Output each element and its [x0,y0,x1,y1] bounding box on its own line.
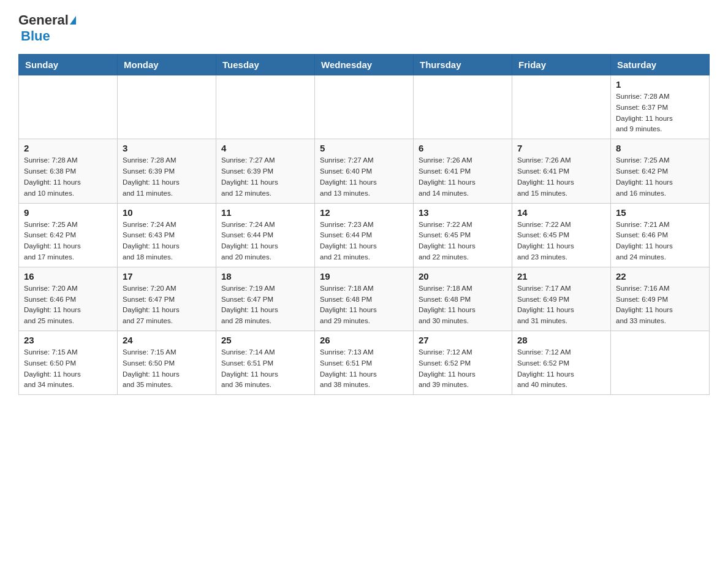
calendar-week-row: 16Sunrise: 7:20 AM Sunset: 6:46 PM Dayli… [19,267,710,331]
calendar-cell: 26Sunrise: 7:13 AM Sunset: 6:51 PM Dayli… [315,331,414,395]
day-info: Sunrise: 7:12 AM Sunset: 6:52 PM Dayligh… [419,347,507,391]
day-number: 19 [320,271,408,282]
day-info: Sunrise: 7:27 AM Sunset: 6:39 PM Dayligh… [221,155,309,199]
day-number: 3 [123,143,211,153]
day-number: 25 [221,335,309,345]
calendar-cell: 8Sunrise: 7:25 AM Sunset: 6:42 PM Daylig… [611,139,710,203]
day-info: Sunrise: 7:22 AM Sunset: 6:45 PM Dayligh… [517,220,605,263]
calendar-table: SundayMondayTuesdayWednesdayThursdayFrid… [18,54,710,395]
day-info: Sunrise: 7:12 AM Sunset: 6:52 PM Dayligh… [517,347,605,391]
day-info: Sunrise: 7:20 AM Sunset: 6:47 PM Dayligh… [123,283,211,327]
day-number: 11 [221,207,309,218]
day-info: Sunrise: 7:25 AM Sunset: 6:42 PM Dayligh… [24,220,112,263]
day-info: Sunrise: 7:17 AM Sunset: 6:49 PM Dayligh… [517,283,605,327]
calendar-header-row: SundayMondayTuesdayWednesdayThursdayFrid… [19,55,710,75]
day-info: Sunrise: 7:14 AM Sunset: 6:51 PM Dayligh… [221,347,309,391]
day-of-week-header: Friday [512,55,611,75]
day-info: Sunrise: 7:24 AM Sunset: 6:43 PM Dayligh… [123,220,211,263]
calendar-cell: 11Sunrise: 7:24 AM Sunset: 6:44 PM Dayli… [216,203,315,267]
day-number: 26 [320,335,408,345]
calendar-cell [118,75,216,139]
day-number: 21 [517,271,605,282]
calendar-cell: 24Sunrise: 7:15 AM Sunset: 6:50 PM Dayli… [118,331,216,395]
calendar-cell: 2Sunrise: 7:28 AM Sunset: 6:38 PM Daylig… [19,139,118,203]
day-number: 6 [419,143,507,153]
day-number: 15 [616,207,704,218]
day-of-week-header: Tuesday [216,55,315,75]
calendar-week-row: 1Sunrise: 7:28 AM Sunset: 6:37 PM Daylig… [19,75,710,139]
calendar-cell: 12Sunrise: 7:23 AM Sunset: 6:44 PM Dayli… [315,203,414,267]
logo-blue-text: Blue [21,28,50,44]
day-of-week-header: Wednesday [315,55,414,75]
calendar-cell: 5Sunrise: 7:27 AM Sunset: 6:40 PM Daylig… [315,139,414,203]
day-info: Sunrise: 7:15 AM Sunset: 6:50 PM Dayligh… [24,347,112,391]
day-info: Sunrise: 7:27 AM Sunset: 6:40 PM Dayligh… [320,155,408,199]
calendar-cell: 21Sunrise: 7:17 AM Sunset: 6:49 PM Dayli… [512,267,611,331]
day-number: 7 [517,143,605,153]
day-number: 2 [24,143,112,153]
day-number: 12 [320,207,408,218]
day-info: Sunrise: 7:13 AM Sunset: 6:51 PM Dayligh… [320,347,408,391]
calendar-cell [512,75,611,139]
day-number: 10 [123,207,211,218]
day-info: Sunrise: 7:22 AM Sunset: 6:45 PM Dayligh… [419,220,507,263]
calendar-cell: 18Sunrise: 7:19 AM Sunset: 6:47 PM Dayli… [216,267,315,331]
calendar-cell: 25Sunrise: 7:14 AM Sunset: 6:51 PM Dayli… [216,331,315,395]
day-of-week-header: Monday [118,55,216,75]
day-number: 9 [24,207,112,218]
calendar-cell: 7Sunrise: 7:26 AM Sunset: 6:41 PM Daylig… [512,139,611,203]
day-info: Sunrise: 7:26 AM Sunset: 6:41 PM Dayligh… [517,155,605,199]
calendar-week-row: 23Sunrise: 7:15 AM Sunset: 6:50 PM Dayli… [19,331,710,395]
day-number: 16 [24,271,112,282]
logo-triangle-icon [70,16,76,25]
day-number: 22 [616,271,704,282]
day-number: 14 [517,207,605,218]
day-info: Sunrise: 7:18 AM Sunset: 6:48 PM Dayligh… [419,283,507,327]
calendar-cell: 4Sunrise: 7:27 AM Sunset: 6:39 PM Daylig… [216,139,315,203]
calendar-cell: 23Sunrise: 7:15 AM Sunset: 6:50 PM Dayli… [19,331,118,395]
calendar-week-row: 9Sunrise: 7:25 AM Sunset: 6:42 PM Daylig… [19,203,710,267]
day-info: Sunrise: 7:26 AM Sunset: 6:41 PM Dayligh… [419,155,507,199]
day-info: Sunrise: 7:23 AM Sunset: 6:44 PM Dayligh… [320,220,408,263]
day-number: 8 [616,143,704,153]
day-number: 4 [221,143,309,153]
page-header: General Blue [18,12,710,44]
day-info: Sunrise: 7:16 AM Sunset: 6:49 PM Dayligh… [616,283,704,327]
day-number: 24 [123,335,211,345]
day-info: Sunrise: 7:19 AM Sunset: 6:47 PM Dayligh… [221,283,309,327]
logo: General Blue [18,12,76,44]
day-info: Sunrise: 7:28 AM Sunset: 6:39 PM Dayligh… [123,155,211,199]
day-info: Sunrise: 7:28 AM Sunset: 6:37 PM Dayligh… [616,91,704,135]
day-info: Sunrise: 7:15 AM Sunset: 6:50 PM Dayligh… [123,347,211,391]
day-info: Sunrise: 7:18 AM Sunset: 6:48 PM Dayligh… [320,283,408,327]
calendar-cell: 14Sunrise: 7:22 AM Sunset: 6:45 PM Dayli… [512,203,611,267]
day-info: Sunrise: 7:21 AM Sunset: 6:46 PM Dayligh… [616,220,704,263]
calendar-cell: 6Sunrise: 7:26 AM Sunset: 6:41 PM Daylig… [414,139,512,203]
calendar-cell [315,75,414,139]
day-number: 27 [419,335,507,345]
day-number: 20 [419,271,507,282]
day-number: 18 [221,271,309,282]
calendar-cell: 1Sunrise: 7:28 AM Sunset: 6:37 PM Daylig… [611,75,710,139]
calendar-cell: 20Sunrise: 7:18 AM Sunset: 6:48 PM Dayli… [414,267,512,331]
calendar-cell [19,75,118,139]
day-info: Sunrise: 7:20 AM Sunset: 6:46 PM Dayligh… [24,283,112,327]
calendar-cell: 27Sunrise: 7:12 AM Sunset: 6:52 PM Dayli… [414,331,512,395]
day-info: Sunrise: 7:28 AM Sunset: 6:38 PM Dayligh… [24,155,112,199]
calendar-cell: 16Sunrise: 7:20 AM Sunset: 6:46 PM Dayli… [19,267,118,331]
day-of-week-header: Sunday [19,55,118,75]
calendar-cell: 22Sunrise: 7:16 AM Sunset: 6:49 PM Dayli… [611,267,710,331]
calendar-cell [611,331,710,395]
day-number: 5 [320,143,408,153]
calendar-cell: 3Sunrise: 7:28 AM Sunset: 6:39 PM Daylig… [118,139,216,203]
calendar-cell: 13Sunrise: 7:22 AM Sunset: 6:45 PM Dayli… [414,203,512,267]
calendar-cell [414,75,512,139]
day-number: 28 [517,335,605,345]
calendar-week-row: 2Sunrise: 7:28 AM Sunset: 6:38 PM Daylig… [19,139,710,203]
day-info: Sunrise: 7:24 AM Sunset: 6:44 PM Dayligh… [221,220,309,263]
calendar-cell: 28Sunrise: 7:12 AM Sunset: 6:52 PM Dayli… [512,331,611,395]
calendar-cell: 9Sunrise: 7:25 AM Sunset: 6:42 PM Daylig… [19,203,118,267]
logo-general-text: General [18,12,69,28]
day-number: 13 [419,207,507,218]
calendar-cell: 17Sunrise: 7:20 AM Sunset: 6:47 PM Dayli… [118,267,216,331]
